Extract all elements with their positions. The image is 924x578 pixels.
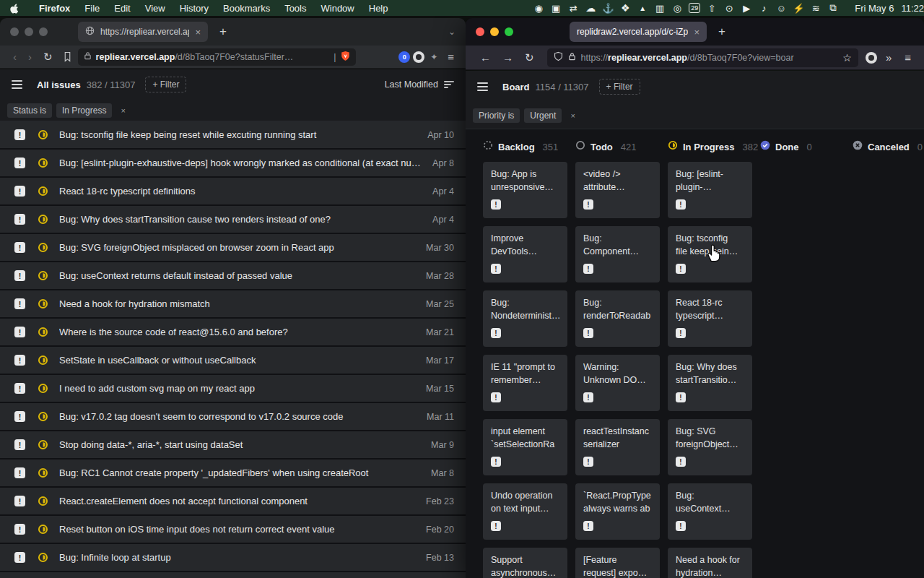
issue-row[interactable]: ! Bug: v17.0.2 tag doesn't seem to corre…	[0, 403, 466, 430]
reload-button[interactable]: ↻	[519, 51, 540, 64]
onepassword-icon[interactable]: ◎	[668, 3, 686, 14]
tab-close-icon[interactable]: ×	[694, 27, 699, 38]
issue-row[interactable]: ! Bug: RC1 Cannot create property '_upda…	[0, 460, 466, 486]
issue-row[interactable]: ! Bug: Infinite loop at startup Feb 13	[0, 544, 466, 571]
menu-bookmarks[interactable]: Bookmarks	[216, 3, 277, 14]
power-icon[interactable]: ⊙	[720, 3, 738, 14]
filter-remove-icon[interactable]: ×	[566, 110, 579, 121]
menu-help[interactable]: Help	[362, 3, 396, 14]
issue-row[interactable]: ! Bug: tsconfig file keep being reset wh…	[0, 121, 466, 148]
board-card[interactable]: React 18-rc typescript… !	[668, 290, 752, 347]
calendar-icon[interactable]: 29	[689, 3, 700, 13]
browser-menu-button[interactable]: ≡	[900, 51, 915, 64]
reload-button[interactable]: ↻	[38, 51, 58, 64]
stage-manager-icon[interactable]: ⧉	[824, 2, 842, 14]
package-icon[interactable]: ⇧	[703, 3, 720, 14]
volume-icon[interactable]: ♪	[755, 3, 772, 14]
brave-shield-icon[interactable]	[341, 51, 350, 64]
github-extension-icon[interactable]	[866, 52, 877, 64]
filter-field-chip[interactable]: Status is	[7, 103, 52, 118]
tab-close-icon[interactable]: ×	[195, 27, 201, 38]
board-card[interactable]: Bug: Why does startTransitio… !	[668, 355, 752, 411]
bookmark-icon[interactable]	[63, 51, 72, 62]
in-progress-status-icon[interactable]	[38, 327, 48, 337]
forward-button[interactable]: →	[497, 51, 519, 64]
issue-row[interactable]: ! Stop doing data-*, aria-*, start using…	[0, 431, 466, 458]
in-progress-status-icon[interactable]	[38, 214, 48, 225]
issue-row[interactable]: ! SetState in useCallback or without use…	[0, 347, 466, 374]
menu-file[interactable]: File	[77, 3, 107, 14]
board-card[interactable]: Bug: SVG foreignObject… !	[668, 419, 752, 475]
board-card[interactable]: [Feature request] expo… !	[575, 548, 660, 578]
board-card[interactable]: Support asynchronous… !	[483, 548, 567, 578]
screen-record-icon[interactable]: ▣	[547, 3, 565, 14]
sync-icon[interactable]: ⇄	[565, 3, 582, 14]
issue-row[interactable]: ! Bug: SVG foreignObject misplaced on br…	[0, 234, 466, 261]
tracking-shield-icon[interactable]	[554, 51, 563, 64]
sidebar-toggle-icon[interactable]	[12, 80, 22, 89]
wifi-icon[interactable]: ≋	[807, 3, 824, 14]
board-card[interactable]: `React.PropType always warns ab !	[575, 483, 660, 540]
new-tab-button[interactable]: +	[718, 25, 725, 39]
back-button[interactable]: ‹	[7, 51, 22, 63]
board-card[interactable]: Bug: [eslint- plugin-… !	[668, 162, 752, 218]
window-tiling-icon[interactable]: ▥	[651, 3, 668, 14]
add-filter-button[interactable]: + Filter	[145, 77, 186, 92]
in-progress-status-icon[interactable]	[38, 439, 48, 450]
board-card[interactable]: Improve DevTools… !	[483, 226, 567, 282]
window-controls[interactable]	[476, 27, 513, 36]
issue-row[interactable]: ! Reset button on iOS time input does no…	[0, 516, 466, 543]
github-extension-icon[interactable]	[413, 51, 424, 63]
filter-value-chip[interactable]: Urgent	[524, 108, 562, 123]
board-card[interactable]: Warning: Unknown DO… !	[575, 355, 660, 411]
in-progress-status-icon[interactable]	[38, 186, 48, 197]
board-card[interactable]: Bug: Nondeterminist… !	[483, 290, 567, 347]
browser-menu-button[interactable]: ≡	[443, 51, 458, 63]
forward-button[interactable]: ›	[22, 51, 38, 63]
issue-row[interactable]: ! React 18-rc typescript definitions Apr…	[0, 178, 466, 204]
filter-value-chip[interactable]: In Progress	[56, 103, 112, 118]
menu-tools[interactable]: Tools	[277, 3, 313, 14]
record-icon[interactable]: ◉	[530, 3, 547, 14]
board-card[interactable]: Need a hook for hydration… !	[668, 548, 752, 578]
issue-row[interactable]: ! Bug: [eslint-plugin-exhaustive-deps] h…	[0, 150, 466, 176]
sidebar-toggle-icon[interactable]	[477, 82, 488, 91]
menu-edit[interactable]: Edit	[107, 3, 137, 14]
board-card[interactable]: input element `setSelectionRa !	[483, 419, 567, 475]
browser-tab[interactable]: replidraw2.vercel.app/d/c-iZpq ×	[570, 22, 707, 42]
in-progress-status-icon[interactable]	[38, 524, 48, 535]
menu-window[interactable]: Window	[314, 3, 362, 14]
in-progress-status-icon[interactable]	[38, 552, 48, 563]
sort-control[interactable]: Last Modified	[385, 79, 454, 90]
issue-row[interactable]: ! Bug: Why does startTransition cause tw…	[0, 206, 466, 233]
address-bar[interactable]: https://repliear.vercel.app/d/8bTaoq7F0e…	[547, 48, 858, 67]
issue-row[interactable]: ! Need a hook for hydration mismatch Mar…	[0, 290, 466, 317]
filter-field-chip[interactable]: Priority is	[473, 108, 520, 123]
in-progress-status-icon[interactable]	[38, 383, 48, 394]
battery-icon[interactable]: ⚡	[790, 3, 807, 14]
in-progress-status-icon[interactable]	[38, 411, 48, 422]
board-card[interactable]: <video /> attribute… !	[575, 162, 660, 218]
filter-remove-icon[interactable]: ×	[116, 105, 129, 116]
apple-menu-icon[interactable]	[10, 3, 20, 14]
docker-icon[interactable]: ⚓	[599, 3, 616, 14]
issue-row[interactable]: ! Where is the source code of react@15.6…	[0, 319, 466, 345]
board-card[interactable]: Bug: renderToReadab !	[575, 290, 660, 347]
window-controls-inactive[interactable]	[10, 27, 48, 36]
issue-row[interactable]: ! Bug: useContext returns default instea…	[0, 262, 466, 289]
in-progress-status-icon[interactable]	[38, 158, 48, 168]
address-bar[interactable]: repliear.vercel.app/d/8bTaoq7F0e?statusF…	[78, 48, 356, 66]
tab-list-chevron-icon[interactable]: ⌄	[448, 27, 456, 37]
issue-row[interactable]: ! [DevTools Bug] Unsupported Bridge oper…	[0, 572, 466, 578]
board-card[interactable]: Undo operation on text input… !	[483, 483, 567, 540]
menu-firefox[interactable]: Firefox	[32, 3, 77, 14]
lock-icon[interactable]	[568, 52, 576, 63]
in-progress-status-icon[interactable]	[38, 270, 48, 281]
play-icon[interactable]: ▶	[738, 3, 755, 14]
vercel-icon[interactable]: ▲	[634, 4, 651, 12]
dropbox-icon[interactable]: ❖	[616, 2, 634, 14]
menu-bar-clock[interactable]: Fri May 6 11:22	[855, 3, 924, 14]
add-filter-button[interactable]: + Filter	[599, 79, 640, 95]
issue-row[interactable]: ! I need to add custom svg map on my rea…	[0, 375, 466, 402]
browser-tab[interactable]: https://repliear.vercel.app/d/8b ×	[78, 22, 208, 42]
